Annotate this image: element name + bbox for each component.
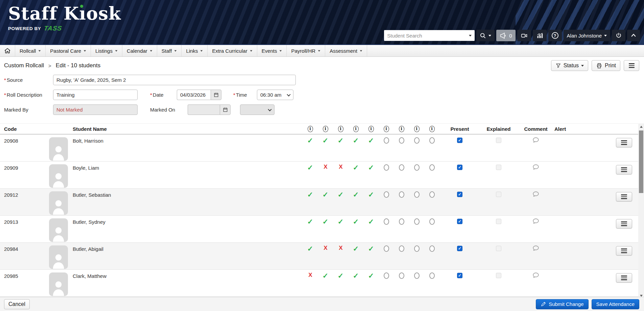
user-menu-button[interactable]: Alan Johnstone bbox=[564, 30, 610, 41]
menu-item-events[interactable]: Events bbox=[257, 45, 287, 56]
radio-button[interactable] bbox=[414, 164, 420, 171]
logout-button[interactable] bbox=[612, 30, 625, 41]
radio-button[interactable] bbox=[399, 164, 404, 171]
menu-item-extra-curricular[interactable]: Extra Curricular bbox=[208, 45, 257, 56]
submit-change-button[interactable]: Submit Change bbox=[536, 299, 588, 309]
present-checkbox[interactable]: ✓ bbox=[457, 192, 462, 197]
radio-button[interactable] bbox=[399, 272, 404, 279]
comment-bubble-icon[interactable] bbox=[532, 272, 540, 279]
menu-item-pastoral-care[interactable]: Pastoral Care bbox=[46, 45, 91, 56]
video-button[interactable] bbox=[517, 30, 531, 41]
comment-bubble-icon[interactable] bbox=[532, 218, 540, 225]
check-mark[interactable]: ✓ bbox=[307, 218, 313, 226]
radio-button[interactable] bbox=[429, 164, 435, 171]
menu-item-listings[interactable]: Listings bbox=[91, 45, 122, 56]
date-picker-button[interactable] bbox=[211, 90, 221, 100]
check-mark[interactable]: ✓ bbox=[323, 272, 329, 280]
check-mark[interactable]: ✓ bbox=[323, 191, 329, 199]
comment-bubble-icon[interactable] bbox=[532, 164, 540, 171]
source-input[interactable] bbox=[53, 75, 296, 85]
cross-mark[interactable]: X bbox=[339, 245, 342, 252]
radio-button[interactable] bbox=[399, 191, 404, 198]
check-mark[interactable]: ✓ bbox=[353, 137, 359, 145]
menu-item-assessment[interactable]: Assessment bbox=[325, 45, 367, 56]
radio-button[interactable] bbox=[384, 164, 389, 171]
info-icon[interactable]: i bbox=[368, 126, 374, 132]
radio-button[interactable] bbox=[414, 137, 420, 144]
breadcrumb-parent-link[interactable]: Custom Rollcall bbox=[4, 62, 44, 69]
analytics-button[interactable] bbox=[533, 30, 547, 41]
cancel-button[interactable]: Cancel bbox=[4, 299, 30, 309]
radio-button[interactable] bbox=[429, 137, 435, 144]
vertical-scrollbar[interactable] bbox=[638, 123, 644, 299]
announcements-button[interactable]: 0 bbox=[496, 30, 515, 41]
info-icon[interactable]: i bbox=[323, 126, 328, 132]
cross-mark[interactable]: X bbox=[324, 245, 327, 252]
check-mark[interactable]: ✓ bbox=[307, 245, 313, 253]
radio-button[interactable] bbox=[429, 191, 435, 198]
radio-button[interactable] bbox=[429, 218, 435, 225]
row-menu-button[interactable] bbox=[616, 219, 632, 229]
check-mark[interactable]: ✓ bbox=[368, 191, 374, 199]
present-checkbox[interactable]: ✓ bbox=[457, 165, 462, 170]
home-menu-item[interactable] bbox=[0, 45, 15, 56]
check-mark[interactable]: ✓ bbox=[368, 272, 374, 280]
check-mark[interactable]: ✓ bbox=[323, 218, 329, 226]
present-checkbox[interactable]: ✓ bbox=[457, 138, 462, 143]
info-icon[interactable]: i bbox=[308, 126, 313, 132]
check-mark[interactable]: ✓ bbox=[368, 218, 374, 226]
radio-button[interactable] bbox=[399, 137, 404, 144]
scroll-up-arrow[interactable] bbox=[638, 124, 644, 129]
page-menu-button[interactable] bbox=[624, 60, 639, 71]
time-select[interactable]: 06:30 am bbox=[257, 90, 293, 100]
check-mark[interactable]: ✓ bbox=[368, 164, 374, 172]
check-mark[interactable]: ✓ bbox=[368, 137, 374, 145]
date-input[interactable] bbox=[177, 90, 211, 100]
cross-mark[interactable]: X bbox=[308, 272, 312, 279]
save-attendance-button[interactable]: Save Attendance bbox=[592, 299, 639, 309]
print-button[interactable]: Print bbox=[592, 60, 620, 71]
marked-on-date-picker-button[interactable] bbox=[220, 104, 231, 115]
row-menu-button[interactable] bbox=[616, 138, 632, 147]
menu-item-calendar[interactable]: Calendar bbox=[122, 45, 157, 56]
present-checkbox[interactable]: ✓ bbox=[457, 273, 462, 278]
roll-description-input[interactable] bbox=[53, 90, 138, 100]
radio-button[interactable] bbox=[399, 218, 404, 225]
radio-button[interactable] bbox=[384, 137, 389, 144]
status-filter-button[interactable]: Status bbox=[551, 60, 588, 71]
cross-mark[interactable]: X bbox=[324, 164, 327, 170]
check-mark[interactable]: ✓ bbox=[338, 137, 344, 145]
radio-button[interactable] bbox=[414, 245, 420, 252]
info-icon[interactable]: i bbox=[399, 126, 404, 132]
radio-button[interactable] bbox=[429, 272, 435, 279]
help-button[interactable]: ? bbox=[548, 30, 562, 41]
search-button[interactable] bbox=[476, 30, 495, 41]
check-mark[interactable]: ✓ bbox=[307, 137, 313, 145]
present-checkbox[interactable]: ✓ bbox=[457, 246, 462, 251]
check-mark[interactable]: ✓ bbox=[353, 191, 359, 199]
radio-button[interactable] bbox=[429, 245, 435, 252]
info-icon[interactable]: i bbox=[338, 126, 343, 132]
radio-button[interactable] bbox=[384, 272, 389, 279]
scrollbar-thumb[interactable] bbox=[639, 130, 643, 193]
comment-bubble-icon[interactable] bbox=[532, 191, 540, 198]
menu-item-staff[interactable]: Staff bbox=[157, 45, 182, 56]
radio-button[interactable] bbox=[384, 218, 389, 225]
info-icon[interactable]: i bbox=[429, 126, 435, 132]
check-mark[interactable]: ✓ bbox=[368, 245, 374, 253]
collapse-header-button[interactable] bbox=[627, 30, 640, 41]
check-mark[interactable]: ✓ bbox=[353, 218, 359, 226]
radio-button[interactable] bbox=[399, 245, 404, 252]
check-mark[interactable]: ✓ bbox=[353, 272, 359, 280]
comment-bubble-icon[interactable] bbox=[532, 137, 540, 144]
check-mark[interactable]: ✓ bbox=[353, 245, 359, 253]
student-search-select[interactable]: Student Search bbox=[384, 30, 475, 41]
row-menu-button[interactable] bbox=[616, 165, 632, 174]
radio-button[interactable] bbox=[414, 272, 420, 279]
check-mark[interactable]: ✓ bbox=[353, 164, 359, 172]
menu-item-rollcall[interactable]: Rollcall bbox=[15, 45, 46, 56]
menu-item-payroll-hr[interactable]: Payroll/HR bbox=[287, 45, 325, 56]
check-mark[interactable]: ✓ bbox=[338, 218, 344, 226]
check-mark[interactable]: ✓ bbox=[307, 191, 313, 199]
radio-button[interactable] bbox=[384, 245, 389, 252]
